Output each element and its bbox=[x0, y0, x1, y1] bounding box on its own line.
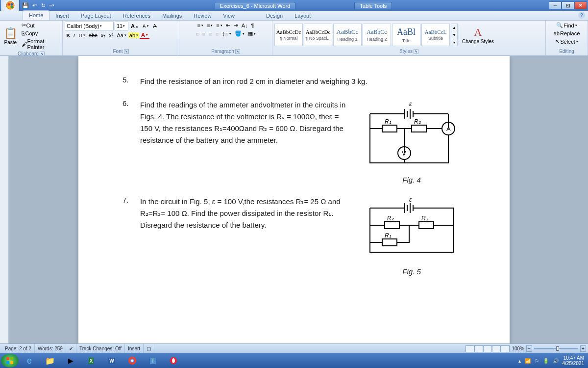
tray-volume-icon[interactable]: 🔊 bbox=[553, 358, 559, 364]
task-app1[interactable]: T bbox=[143, 354, 163, 367]
zoom-in-button[interactable]: + bbox=[580, 345, 586, 352]
shrink-font-button[interactable]: A▼ bbox=[141, 23, 150, 29]
strike-button[interactable]: abc bbox=[87, 32, 99, 39]
tab-view[interactable]: View bbox=[217, 11, 241, 20]
find-button[interactable]: 🔍Find bbox=[555, 22, 578, 29]
svg-rect-23 bbox=[6, 361, 9, 364]
numbering-button[interactable]: ≡ bbox=[205, 22, 214, 29]
dec-indent-button[interactable]: ⇤ bbox=[224, 22, 232, 29]
tray-flag-icon[interactable]: ⚐ bbox=[535, 358, 539, 364]
start-button[interactable] bbox=[1, 354, 19, 368]
task-ie[interactable]: e bbox=[20, 354, 39, 367]
tray-clock[interactable]: 10:47 AM4/25/2021 bbox=[563, 355, 585, 366]
subscript-button[interactable]: x₂ bbox=[99, 32, 107, 39]
multilevel-button[interactable]: ≡ bbox=[215, 22, 223, 29]
change-case-button[interactable]: Aa bbox=[115, 32, 127, 39]
align-right-button[interactable]: ≡ bbox=[207, 30, 213, 37]
status-track[interactable]: Track Changes: Off bbox=[76, 344, 125, 353]
office-button[interactable] bbox=[1, 0, 20, 11]
show-marks-button[interactable]: ¶ bbox=[250, 22, 256, 29]
status-words[interactable]: Words: 259 bbox=[35, 344, 66, 353]
change-styles-button[interactable]: A Change Styles bbox=[460, 26, 496, 44]
tray-network-icon[interactable]: 📶 bbox=[525, 358, 531, 364]
help-icon[interactable]: ? bbox=[578, 12, 585, 19]
task-opera[interactable] bbox=[164, 354, 183, 367]
font-color-button[interactable]: A bbox=[140, 31, 149, 39]
style-normal[interactable]: AaBbCcDc¶ Normal bbox=[274, 24, 303, 46]
superscript-button[interactable]: x² bbox=[107, 32, 115, 39]
select-button[interactable]: ↖Select bbox=[554, 38, 580, 45]
document-page[interactable]: 5. Find the resistance of an iron rod 2 … bbox=[78, 56, 510, 343]
svg-text:R₁: R₁ bbox=[385, 232, 392, 239]
qat-redo[interactable]: ↻ bbox=[39, 1, 47, 9]
view-web[interactable] bbox=[483, 345, 492, 352]
zoom-out-button[interactable]: − bbox=[526, 345, 532, 352]
tab-layout[interactable]: Layout bbox=[289, 11, 317, 20]
editing-group-label: Editing bbox=[559, 49, 574, 54]
view-fullscreen[interactable] bbox=[474, 345, 483, 352]
cut-button[interactable]: ✂Cut bbox=[20, 22, 60, 29]
replace-button[interactable]: abReplace bbox=[552, 30, 582, 37]
justify-button[interactable]: ≡ bbox=[214, 30, 220, 37]
view-draft[interactable] bbox=[501, 345, 510, 352]
view-outline[interactable] bbox=[492, 345, 501, 352]
borders-button[interactable]: ▦ bbox=[246, 30, 257, 37]
inc-indent-button[interactable]: ⇥ bbox=[232, 22, 240, 29]
status-zoom[interactable]: 100% bbox=[510, 346, 526, 351]
qat-customize[interactable]: ═ bbox=[48, 1, 56, 9]
bullets-button[interactable]: ≡ bbox=[196, 22, 204, 29]
copy-button[interactable]: ⎘Copy bbox=[20, 30, 60, 37]
clipboard-dialog-launcher[interactable]: ⬊ bbox=[40, 52, 45, 56]
style-heading1[interactable]: AaBbCcHeading 1 bbox=[333, 24, 362, 46]
styles-scroll[interactable]: ▲▼▾ bbox=[451, 24, 458, 46]
tab-insert[interactable]: Insert bbox=[49, 11, 75, 20]
tab-review[interactable]: Review bbox=[188, 11, 217, 20]
status-proof[interactable]: ✔ bbox=[66, 344, 76, 353]
grow-font-button[interactable]: A▲ bbox=[129, 23, 140, 29]
highlight-button[interactable]: ab bbox=[128, 32, 139, 38]
line-spacing-button[interactable]: ‡≡ bbox=[220, 30, 233, 37]
tab-design[interactable]: Design bbox=[260, 11, 289, 20]
status-macro[interactable]: ▢ bbox=[144, 344, 154, 353]
align-center-button[interactable]: ≡ bbox=[201, 30, 207, 37]
maximize-button[interactable]: ◱ bbox=[562, 1, 574, 9]
tab-mailings[interactable]: Mailings bbox=[156, 11, 188, 20]
view-print-layout[interactable] bbox=[466, 345, 474, 352]
tray-battery-icon[interactable]: 🔋 bbox=[543, 358, 549, 364]
close-button[interactable]: ✕ bbox=[574, 1, 587, 9]
bold-button[interactable]: B bbox=[65, 32, 71, 39]
qat-undo[interactable]: ↶ bbox=[30, 1, 38, 9]
style-nospacing[interactable]: AaBbCcDc¶ No Spaci... bbox=[304, 24, 332, 46]
status-insert[interactable]: Insert bbox=[125, 344, 144, 353]
task-wmp[interactable]: ▶ bbox=[61, 354, 80, 367]
shading-button[interactable]: 🪣 bbox=[233, 30, 246, 37]
tab-home[interactable]: Home bbox=[23, 10, 49, 20]
paste-button[interactable]: 📋Paste bbox=[4, 27, 17, 45]
tab-references[interactable]: References bbox=[117, 11, 156, 20]
task-excel[interactable]: X bbox=[81, 354, 101, 367]
task-chrome[interactable] bbox=[122, 354, 142, 367]
align-left-button[interactable]: ≡ bbox=[194, 30, 200, 37]
task-explorer[interactable]: 📁 bbox=[40, 354, 60, 367]
zoom-slider[interactable] bbox=[534, 348, 578, 349]
clear-format-button[interactable]: A̶ bbox=[151, 23, 158, 30]
underline-button[interactable]: U bbox=[77, 32, 87, 39]
style-subtitle[interactable]: AaBbCcLSubtitle bbox=[421, 24, 450, 46]
qat-save[interactable]: 💾 bbox=[22, 1, 29, 9]
font-dialog-launcher[interactable]: ⬊ bbox=[124, 49, 129, 54]
sort-button[interactable]: A↓ bbox=[240, 22, 249, 29]
style-heading2[interactable]: AaBbCcHeading 2 bbox=[363, 24, 391, 46]
tab-page-layout[interactable]: Page Layout bbox=[75, 11, 117, 20]
status-page[interactable]: Page: 2 of 2 bbox=[2, 344, 35, 353]
paragraph-dialog-launcher[interactable]: ⬊ bbox=[235, 49, 240, 54]
task-word[interactable]: W bbox=[102, 354, 122, 367]
italic-button[interactable]: I bbox=[72, 32, 76, 39]
tray-arrow-icon[interactable]: ▴ bbox=[518, 358, 521, 364]
style-title[interactable]: AaBlTitle bbox=[392, 24, 420, 46]
font-name-combo[interactable]: Calibri (Body) bbox=[65, 22, 114, 30]
styles-dialog-launcher[interactable]: ⬊ bbox=[414, 49, 418, 54]
format-painter-button[interactable]: 🖌Format Painter bbox=[20, 38, 60, 51]
svg-point-0 bbox=[6, 1, 14, 9]
font-size-combo[interactable]: 11 bbox=[115, 22, 128, 30]
minimize-button[interactable]: ─ bbox=[549, 1, 562, 9]
